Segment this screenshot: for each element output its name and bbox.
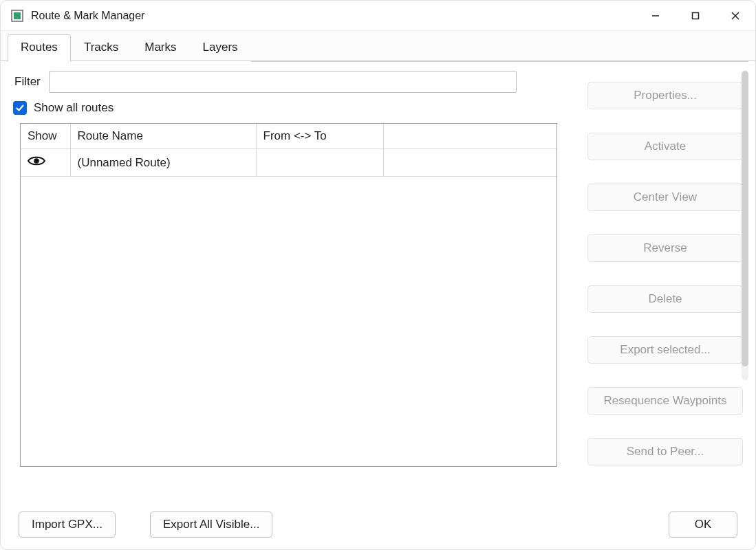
- properties-button[interactable]: Properties...: [587, 82, 743, 109]
- delete-button[interactable]: Delete: [587, 285, 743, 313]
- send-to-peer-button[interactable]: Send to Peer...: [587, 438, 743, 465]
- col-header-route-name[interactable]: Route Name: [70, 124, 256, 149]
- row-extra[interactable]: [383, 149, 557, 177]
- svg-rect-3: [693, 12, 699, 19]
- filter-row: Filter: [14, 71, 571, 93]
- route-mark-manager-window: Route & Mark Manager Routes Tracks Marks…: [0, 0, 756, 550]
- col-header-extra[interactable]: [383, 124, 557, 149]
- row-from-to[interactable]: [256, 149, 383, 177]
- tabbar: Routes Tracks Marks Layers: [1, 31, 755, 61]
- tab-marks[interactable]: Marks: [131, 34, 189, 62]
- show-all-checkbox[interactable]: [13, 101, 27, 115]
- filter-label: Filter: [14, 75, 41, 89]
- table-row[interactable]: (Unnamed Route): [21, 149, 557, 177]
- activate-button[interactable]: Activate: [587, 133, 743, 160]
- window-title: Route & Mark Manager: [31, 10, 636, 22]
- eye-icon: [28, 155, 45, 167]
- window-controls: [636, 1, 755, 30]
- reverse-button[interactable]: Reverse: [587, 234, 743, 262]
- row-route-name[interactable]: (Unnamed Route): [70, 149, 256, 177]
- titlebar: Route & Mark Manager: [1, 1, 755, 31]
- close-button[interactable]: [715, 1, 755, 30]
- content-area: Filter Show all routes: [1, 60, 755, 500]
- tab-tracks[interactable]: Tracks: [71, 34, 131, 62]
- side-button-group: Properties... Activate Center View Rever…: [587, 82, 743, 465]
- left-pane: Filter Show all routes: [12, 68, 571, 500]
- maximize-button[interactable]: [676, 1, 715, 30]
- export-selected-button[interactable]: Export selected...: [587, 336, 743, 364]
- bottom-bar: Import GPX... Export All Visible... OK: [1, 500, 755, 549]
- app-icon: [10, 9, 24, 23]
- resequence-waypoints-button[interactable]: Resequence Waypoints: [587, 387, 743, 415]
- ok-button[interactable]: OK: [669, 512, 737, 538]
- import-gpx-button[interactable]: Import GPX...: [19, 512, 116, 538]
- tab-layers[interactable]: Layers: [190, 34, 251, 62]
- tab-divider: [251, 34, 748, 62]
- export-all-visible-button[interactable]: Export All Visible...: [150, 512, 272, 538]
- show-all-label: Show all routes: [34, 101, 114, 115]
- tab-routes[interactable]: Routes: [8, 34, 71, 62]
- table-header-row: Show Route Name From <-> To: [21, 124, 557, 149]
- side-scrollbar-thumb[interactable]: [742, 71, 748, 366]
- filter-input[interactable]: [49, 71, 517, 93]
- svg-point-6: [34, 158, 39, 164]
- minimize-button[interactable]: [636, 1, 676, 30]
- show-all-row: Show all routes: [13, 101, 571, 115]
- row-visibility-cell[interactable]: [21, 149, 70, 177]
- svg-rect-1: [14, 12, 21, 19]
- routes-table: Show Route Name From <-> To: [20, 123, 557, 467]
- right-pane: Properties... Activate Center View Rever…: [571, 68, 750, 500]
- col-header-show[interactable]: Show: [21, 124, 70, 149]
- center-view-button[interactable]: Center View: [587, 184, 743, 211]
- col-header-from-to[interactable]: From <-> To: [256, 124, 383, 149]
